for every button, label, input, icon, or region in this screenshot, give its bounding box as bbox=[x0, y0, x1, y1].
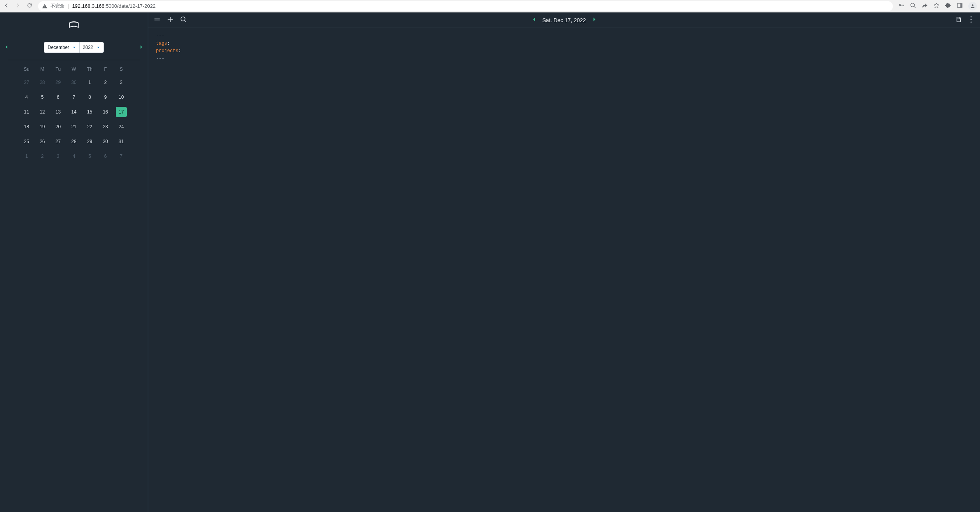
calendar-day-cell[interactable]: 4 bbox=[19, 90, 35, 105]
calendar-day-cell[interactable]: 6 bbox=[50, 90, 66, 105]
calendar-day-cell[interactable]: 18 bbox=[19, 119, 35, 134]
calendar-day-cell[interactable]: 17 bbox=[113, 105, 129, 119]
calendar-header-row: SuMTuWThFS bbox=[19, 63, 129, 75]
current-date-label: Sat. Dec 17, 2022 bbox=[542, 17, 586, 23]
calendar-day-header: Th bbox=[82, 63, 98, 75]
search-button[interactable] bbox=[180, 16, 187, 24]
calendar-day-cell[interactable]: 5 bbox=[35, 90, 51, 105]
calendar-day-cell[interactable]: 21 bbox=[66, 119, 82, 134]
calendar-day-cell[interactable]: 28 bbox=[66, 134, 82, 149]
extensions-icon[interactable] bbox=[945, 2, 951, 10]
calendar-day-cell[interactable]: 1 bbox=[19, 149, 35, 164]
frontmatter-open: --- bbox=[156, 33, 164, 39]
calendar-day-cell[interactable]: 27 bbox=[19, 75, 35, 90]
next-month-button[interactable] bbox=[139, 44, 144, 51]
month-select[interactable]: December bbox=[44, 42, 79, 53]
calendar-day-cell[interactable]: 25 bbox=[19, 134, 35, 149]
calendar-day-cell[interactable]: 26 bbox=[35, 134, 51, 149]
insecure-icon bbox=[42, 3, 47, 9]
calendar-day-cell[interactable]: 24 bbox=[113, 119, 129, 134]
menu-toggle-button[interactable] bbox=[154, 16, 161, 24]
address-path: :5000/date/12-17-2022 bbox=[105, 3, 156, 9]
calendar-day-cell[interactable]: 14 bbox=[66, 105, 82, 119]
calendar-day-cell[interactable]: 7 bbox=[113, 149, 129, 164]
prev-month-button[interactable] bbox=[4, 44, 9, 51]
key-icon[interactable] bbox=[898, 2, 905, 10]
colon: : bbox=[167, 41, 170, 46]
main-panel: Sat. Dec 17, 2022 --- tags: projects: --… bbox=[148, 12, 980, 512]
calendar-week-row: 25262728293031 bbox=[19, 134, 129, 149]
calendar-day-cell[interactable]: 20 bbox=[50, 119, 66, 134]
insecure-label: 不安全 bbox=[51, 3, 65, 9]
calendar-day-cell[interactable]: 3 bbox=[113, 75, 129, 90]
browser-reload-button[interactable] bbox=[26, 2, 33, 10]
calendar-week-row: 45678910 bbox=[19, 90, 129, 105]
browser-forward-button[interactable] bbox=[15, 2, 21, 10]
month-navigation: December 2022 bbox=[0, 42, 148, 53]
frontmatter-close: --- bbox=[156, 56, 164, 61]
calendar: SuMTuWThFS 27282930123456789101112131415… bbox=[0, 63, 148, 164]
projects-key: projects bbox=[156, 48, 178, 54]
calendar-day-header: Tu bbox=[50, 63, 66, 75]
calendar-day-cell[interactable]: 15 bbox=[82, 105, 98, 119]
more-menu-button[interactable] bbox=[968, 16, 975, 24]
sidebar: December 2022 SuMTuWThFS 272829301234567… bbox=[0, 12, 148, 512]
calendar-day-header: M bbox=[35, 63, 51, 75]
address-bar[interactable]: 不安全 | 192.168.3.166:5000/date/12-17-2022 bbox=[38, 1, 893, 11]
next-day-button[interactable] bbox=[592, 17, 597, 23]
calendar-day-cell[interactable]: 27 bbox=[50, 134, 66, 149]
chevron-down-icon bbox=[72, 45, 76, 49]
colon: : bbox=[178, 48, 181, 54]
calendar-day-cell[interactable]: 10 bbox=[113, 90, 129, 105]
prev-day-button[interactable] bbox=[531, 17, 537, 23]
panel-icon[interactable] bbox=[957, 2, 963, 10]
calendar-day-cell[interactable]: 29 bbox=[50, 75, 66, 90]
calendar-day-cell[interactable]: 28 bbox=[35, 75, 51, 90]
calendar-day-cell[interactable]: 6 bbox=[98, 149, 114, 164]
calendar-day-cell[interactable]: 22 bbox=[82, 119, 98, 134]
editor-area[interactable]: --- tags: projects: --- bbox=[148, 28, 980, 512]
share-icon[interactable] bbox=[922, 2, 928, 10]
calendar-day-cell[interactable]: 12 bbox=[35, 105, 51, 119]
browser-toolbar: 不安全 | 192.168.3.166:5000/date/12-17-2022 bbox=[0, 0, 980, 12]
browser-back-button[interactable] bbox=[3, 2, 9, 10]
calendar-day-header: F bbox=[98, 63, 114, 75]
calendar-day-header: W bbox=[66, 63, 82, 75]
profile-avatar[interactable] bbox=[968, 2, 977, 10]
calendar-day-header: S bbox=[113, 63, 129, 75]
year-select-label: 2022 bbox=[83, 45, 93, 50]
calendar-day-cell[interactable]: 30 bbox=[66, 75, 82, 90]
calendar-day-cell[interactable]: 16 bbox=[98, 105, 114, 119]
calendar-day-cell[interactable]: 30 bbox=[98, 134, 114, 149]
star-icon[interactable] bbox=[933, 2, 940, 10]
calendar-day-cell[interactable]: 2 bbox=[98, 75, 114, 90]
calendar-day-cell[interactable]: 29 bbox=[82, 134, 98, 149]
calendar-day-cell[interactable]: 11 bbox=[19, 105, 35, 119]
calendar-day-cell[interactable]: 31 bbox=[113, 134, 129, 149]
calendar-day-cell[interactable]: 4 bbox=[66, 149, 82, 164]
new-entry-button[interactable] bbox=[167, 16, 174, 24]
calendar-week-row: 11121314151617 bbox=[19, 105, 129, 119]
calendar-day-cell[interactable]: 13 bbox=[50, 105, 66, 119]
save-button[interactable] bbox=[955, 16, 962, 24]
address-host: 192.168.3.166 bbox=[72, 3, 104, 9]
month-select-label: December bbox=[47, 45, 69, 50]
address-separator: | bbox=[68, 3, 69, 9]
calendar-day-cell[interactable]: 1 bbox=[82, 75, 98, 90]
sidebar-divider bbox=[8, 60, 140, 60]
calendar-day-cell[interactable]: 23 bbox=[98, 119, 114, 134]
calendar-day-cell[interactable]: 9 bbox=[98, 90, 114, 105]
calendar-week-row: 27282930123 bbox=[19, 75, 129, 90]
calendar-day-cell[interactable]: 2 bbox=[35, 149, 51, 164]
zoom-icon[interactable] bbox=[910, 2, 916, 10]
calendar-day-cell[interactable]: 19 bbox=[35, 119, 51, 134]
year-select[interactable]: 2022 bbox=[79, 42, 104, 53]
app-root: December 2022 SuMTuWThFS 272829301234567… bbox=[0, 12, 980, 512]
calendar-day-cell[interactable]: 7 bbox=[66, 90, 82, 105]
calendar-week-row: 1234567 bbox=[19, 149, 129, 164]
app-logo[interactable] bbox=[68, 19, 80, 33]
calendar-day-cell[interactable]: 5 bbox=[82, 149, 98, 164]
chevron-down-icon bbox=[96, 45, 100, 49]
calendar-day-cell[interactable]: 3 bbox=[50, 149, 66, 164]
calendar-day-cell[interactable]: 8 bbox=[82, 90, 98, 105]
